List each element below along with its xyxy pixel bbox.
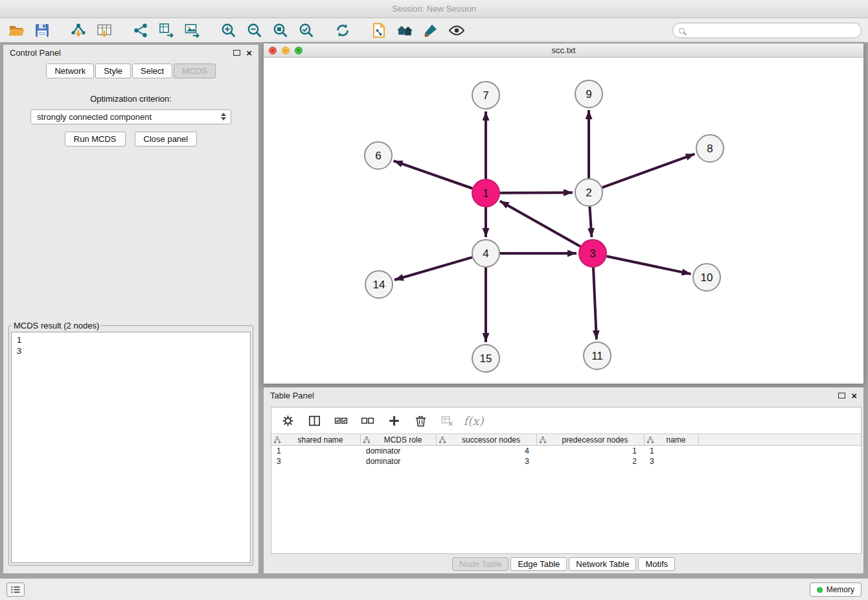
svg-text:2: 2 [586, 187, 591, 199]
column-header-mcds-role[interactable]: MCDS role [361, 434, 437, 445]
tab-motifs[interactable]: Motifs [638, 557, 675, 571]
network-canvas[interactable]: 7968124314101511 [264, 58, 863, 384]
export-network-icon[interactable] [157, 21, 176, 40]
svg-text:3: 3 [589, 248, 595, 260]
float-table-panel-icon[interactable] [838, 393, 845, 398]
new-network-icon[interactable] [131, 21, 150, 40]
refresh-icon[interactable] [333, 21, 352, 40]
minimize-window-icon[interactable] [282, 47, 290, 54]
select-all-rows-icon[interactable] [332, 412, 349, 429]
toolbar-group [369, 21, 466, 40]
node-3[interactable]: 3 [579, 240, 606, 267]
edge-1-2[interactable] [500, 192, 573, 193]
apply-style-icon[interactable] [421, 21, 440, 40]
import-table-icon[interactable] [95, 21, 114, 40]
open-session-doc-icon[interactable] [369, 21, 389, 40]
column-header-predecessor-nodes[interactable]: predecessor nodes [537, 434, 645, 445]
svg-text:10: 10 [701, 271, 713, 284]
edge-1-6[interactable] [394, 161, 473, 188]
node-4[interactable]: 4 [472, 240, 499, 267]
save-session-icon[interactable] [32, 21, 52, 40]
column-header-successor-nodes[interactable]: successor nodes [437, 434, 537, 445]
search-box[interactable] [672, 23, 862, 38]
column-header-shared-name[interactable]: shared name [271, 434, 361, 445]
titlebar[interactable]: Session: New Session [0, 0, 868, 18]
column-header-label: successor nodes [448, 435, 534, 444]
window-controls [269, 47, 303, 54]
mcds-result-item[interactable]: 3 [17, 345, 245, 356]
tab-style[interactable]: Style [95, 63, 131, 78]
node-14[interactable]: 14 [365, 271, 393, 298]
control-panel-header: Control Panel [3, 45, 258, 60]
maximize-window-icon[interactable] [295, 47, 303, 54]
node-9[interactable]: 9 [575, 80, 602, 108]
run-mcds-button[interactable]: Run MCDS [65, 132, 126, 146]
zoom-out-icon[interactable] [245, 21, 264, 40]
mcds-result-item[interactable]: 1 [17, 334, 245, 345]
tab-network[interactable]: Network [46, 63, 94, 78]
import-network-icon[interactable] [69, 21, 88, 40]
edge-3-10[interactable] [607, 257, 691, 274]
node-1[interactable]: 1 [472, 179, 499, 207]
criterion-dropdown-value: strongly connected component [37, 112, 152, 122]
table-cell: 3 [645, 457, 699, 466]
zoom-in-icon[interactable] [219, 21, 238, 40]
close-table-panel-icon[interactable] [851, 391, 857, 400]
node-7[interactable]: 7 [472, 82, 499, 109]
zoom-fit-icon[interactable] [271, 21, 290, 40]
float-panel-icon[interactable] [233, 50, 240, 56]
home-icon[interactable] [395, 21, 415, 40]
network-window-titlebar[interactable]: scc.txt [264, 43, 863, 58]
create-column-icon[interactable] [385, 412, 402, 429]
edge-3-11[interactable] [593, 268, 597, 340]
node-8[interactable]: 8 [696, 135, 724, 162]
show-hide-icon[interactable] [447, 21, 466, 40]
close-control-panel-icon[interactable] [246, 48, 252, 58]
show-columns-icon[interactable] [306, 412, 323, 429]
edge-2-8[interactable] [602, 154, 695, 188]
open-file-icon[interactable] [6, 21, 26, 40]
close-window-icon[interactable] [269, 47, 277, 54]
edge-2-3[interactable] [589, 207, 591, 237]
delete-columns-icon[interactable] [412, 412, 429, 429]
tab-select[interactable]: Select [132, 63, 172, 78]
table-panel-title: Table Panel [270, 391, 838, 400]
zoom-selected-icon[interactable] [297, 21, 316, 40]
column-header-name[interactable]: name [645, 434, 699, 445]
svg-text:9: 9 [586, 88, 591, 100]
svg-text:14: 14 [373, 279, 385, 291]
edge-4-14[interactable] [394, 257, 472, 280]
function-builder-icon[interactable]: f(x) [465, 412, 482, 429]
delete-table-icon[interactable] [439, 412, 455, 429]
node-2[interactable]: 2 [575, 179, 602, 206]
table-row[interactable]: 3dominator323 [271, 456, 861, 467]
criterion-dropdown[interactable]: strongly connected component [30, 110, 231, 124]
memory-status-icon [817, 587, 823, 593]
task-history-button[interactable] [6, 583, 25, 597]
mcds-result-list[interactable]: 13 [11, 332, 251, 563]
column-sort-icon [539, 436, 548, 444]
table-cell: dominator [361, 457, 437, 466]
export-image-icon[interactable] [183, 21, 202, 40]
tab-mcds[interactable]: MCDS [174, 63, 215, 78]
edge-3-1[interactable] [500, 201, 580, 246]
column-sort-icon [439, 436, 448, 444]
tab-network-table[interactable]: Network Table [569, 557, 636, 571]
table-cell: 1 [645, 446, 699, 456]
close-panel-button[interactable]: Close panel [135, 132, 198, 146]
node-10[interactable]: 10 [693, 264, 720, 291]
node-15[interactable]: 15 [472, 345, 499, 372]
tab-node-table[interactable]: Node Table [452, 557, 509, 571]
memory-button[interactable]: Memory [810, 583, 862, 597]
table-row[interactable]: 1dominator411 [271, 446, 861, 456]
column-sort-icon [273, 436, 282, 444]
search-input[interactable] [689, 26, 855, 35]
control-panel: Control Panel NetworkStyleSelectMCDS Opt… [3, 44, 259, 574]
node-6[interactable]: 6 [365, 142, 392, 169]
table-mode-gear-icon[interactable] [279, 412, 296, 429]
tab-edge-table[interactable]: Edge Table [510, 557, 567, 571]
network-view-window: scc.txt 7968124314101511 [263, 43, 864, 384]
table-cell: 1 [271, 446, 361, 456]
deselect-all-rows-icon[interactable] [359, 412, 376, 429]
node-11[interactable]: 11 [584, 342, 611, 369]
